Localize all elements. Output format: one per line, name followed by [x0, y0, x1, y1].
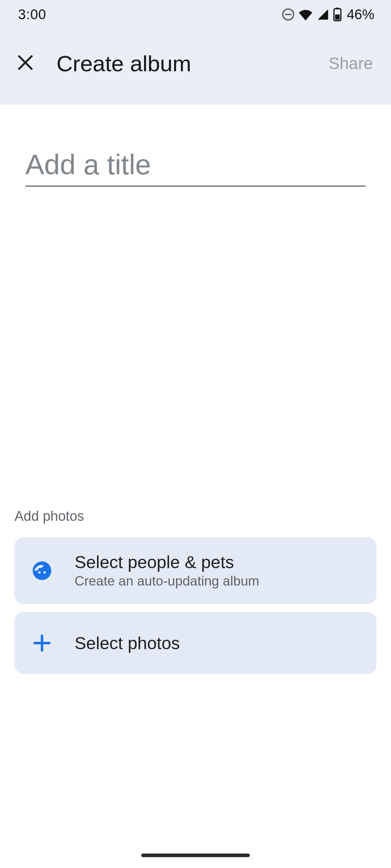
status-time: 3:00 [18, 7, 46, 22]
wifi-icon [298, 8, 313, 21]
close-icon [16, 53, 35, 73]
app-bar: Create album Share [0, 29, 391, 105]
do-not-disturb-icon [282, 8, 295, 21]
battery-percentage: 46% [347, 7, 374, 22]
share-button[interactable]: Share [328, 54, 377, 73]
svg-rect-3 [336, 8, 339, 9]
svg-point-9 [43, 571, 46, 574]
home-indicator[interactable] [141, 854, 250, 857]
select-photos-option[interactable]: Select photos [14, 612, 377, 674]
content-area: Add photos Select people & pets Create a… [0, 105, 391, 674]
close-button[interactable] [14, 52, 36, 74]
select-people-pets-option[interactable]: Select people & pets Create an auto-upda… [14, 537, 377, 604]
face-icon [31, 560, 53, 582]
svg-point-8 [38, 571, 41, 574]
spacer [25, 194, 366, 509]
battery-icon [333, 8, 342, 21]
title-input-wrap [25, 148, 366, 187]
cellular-icon [316, 8, 329, 21]
add-photos-label: Add photos [14, 509, 366, 524]
option-title: Select people & pets [75, 552, 259, 572]
option-title: Select photos [75, 633, 180, 653]
svg-rect-4 [335, 14, 340, 20]
plus-icon [31, 632, 53, 654]
page-title: Create album [56, 51, 328, 76]
status-bar: 3:00 46% [0, 0, 391, 29]
svg-point-7 [33, 561, 51, 580]
option-subtitle: Create an auto-updating album [75, 574, 259, 589]
status-icons: 46% [282, 7, 374, 22]
album-title-input[interactable] [25, 148, 366, 181]
